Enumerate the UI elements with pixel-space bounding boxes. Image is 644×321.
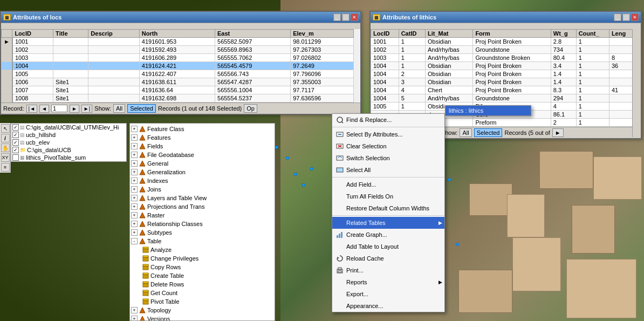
cat-expand-features[interactable]: +	[131, 134, 138, 141]
layers-tool-btn[interactable]: ≡	[1, 163, 10, 172]
lithics-vscrollbar[interactable]	[632, 29, 641, 137]
locs-maximize-btn[interactable]: □	[342, 13, 350, 21]
lithics-hscrollbar[interactable]	[371, 23, 641, 29]
info-tool-btn[interactable]: i	[1, 134, 10, 142]
layer-item-gis-data[interactable]: ✓ 📁 C:\gis_data\UCB	[11, 146, 126, 154]
layer-checkbox-pivot[interactable]	[12, 154, 19, 161]
cat-item-features[interactable]: + Features	[131, 133, 273, 142]
cat-item-joins[interactable]: + Joins	[131, 185, 273, 194]
cat-item-create-table[interactable]: Create Table	[131, 271, 273, 280]
layer-checkbox-elev-hi[interactable]: ✓	[12, 124, 19, 131]
lithics-col-leng[interactable]: Leng	[609, 30, 634, 38]
lithics-minimize-btn[interactable]: _	[614, 13, 621, 21]
layer-item-pivot[interactable]: ▦ lithics_PivotTable_sum	[11, 154, 126, 161]
menu-item-export[interactable]: Export...	[332, 288, 444, 300]
menu-item-restore-default[interactable]: Restore Default Column Widths	[332, 202, 444, 214]
menu-item-select-all[interactable]: Select All	[332, 164, 444, 176]
arrow-tool-btn[interactable]: ↖	[1, 124, 10, 133]
menu-item-reload-cache[interactable]: Reload Cache	[332, 252, 444, 264]
lithics-col-form[interactable]: Form	[473, 30, 551, 38]
cat-item-layers-table[interactable]: + Layers and Table View	[131, 194, 273, 202]
cat-expand-layers-table[interactable]: +	[131, 195, 138, 201]
locs-table-row[interactable]: 1006Site14191638.611565547.428797.355003	[2, 78, 354, 86]
menu-item-create-graph[interactable]: Create Graph...	[332, 229, 444, 241]
cat-expand-table[interactable]: -	[131, 238, 138, 244]
cat-expand-feature-class[interactable]: +	[131, 126, 138, 132]
lithics-maximize-btn[interactable]: □	[622, 13, 630, 21]
cat-item-pivot-table[interactable]: Pivot Table	[131, 297, 273, 306]
lithics-close-btn[interactable]: ✕	[631, 13, 639, 21]
cat-expand-generalization[interactable]: +	[131, 169, 138, 175]
cat-item-change-privileges[interactable]: Change Privileges	[131, 254, 273, 263]
locs-col-elev[interactable]: Elev_m	[291, 30, 354, 38]
menu-item-related-tables[interactable]: Related Tables ▶	[332, 217, 444, 229]
cat-item-projections[interactable]: + Projections and Trans	[131, 202, 273, 211]
lithics-show-selected-btn[interactable]: Selected	[474, 128, 503, 137]
layer-checkbox-gis-data[interactable]: ✓	[12, 147, 19, 153]
lithics-col-catid[interactable]: CatID	[399, 30, 425, 38]
cat-expand-file-geodatabase[interactable]: +	[131, 152, 138, 158]
cat-expand-general[interactable]: +	[131, 160, 138, 167]
layer-checkbox-hillshd[interactable]: ✓	[12, 132, 19, 138]
lithics-scroll-right[interactable]: ►	[552, 128, 564, 137]
locs-nav-last[interactable]: ►|	[81, 105, 93, 113]
cat-expand-raster[interactable]: +	[131, 212, 138, 218]
lithics-table-row[interactable]: 10011ObsidianProj Point Broken2.81	[371, 38, 634, 46]
locs-nav-prev[interactable]: ◄	[39, 105, 49, 113]
zoom-tool-btn[interactable]: XY	[1, 153, 10, 162]
locs-table-row[interactable]: 10044191624.421565545.457997.2649	[2, 62, 354, 70]
cat-expand-versions[interactable]: +	[131, 316, 138, 321]
cat-expand-relationship[interactable]: +	[131, 221, 138, 227]
cat-item-analyze[interactable]: Analyze	[131, 245, 273, 254]
locs-table-row[interactable]: ►10014191601.953565582.509798.011299	[2, 38, 354, 46]
lithics-col-wtg[interactable]: Wt_g	[551, 30, 576, 38]
layer-item-elev[interactable]: ✓ ▤ ucb_elev	[11, 139, 126, 146]
lithics-col-litmat[interactable]: Lit_Mat	[425, 30, 472, 38]
cat-item-get-count[interactable]: Get Count	[131, 289, 273, 297]
menu-item-switch-selection[interactable]: Switch Selection	[332, 152, 444, 164]
menu-item-find-replace[interactable]: Find & Replace...	[332, 114, 444, 126]
cat-item-versions[interactable]: + Versions	[131, 315, 273, 321]
cat-expand-joins[interactable]: +	[131, 186, 138, 193]
menu-item-turn-all-fields-on[interactable]: Turn All Fields On	[332, 190, 444, 202]
lithics-table-row[interactable]: 10043ObsidianProj Point Broken1.41	[371, 78, 634, 86]
cat-item-copy-rows[interactable]: Copy Rows	[131, 263, 273, 271]
locs-col-north[interactable]: North	[139, 30, 215, 38]
menu-item-clear-selection[interactable]: Clear Selection	[332, 140, 444, 152]
locs-table-row[interactable]: 1008Site14191632.698565554.523797.636596	[2, 94, 354, 103]
cat-expand-topology[interactable]: +	[131, 307, 138, 313]
layer-item-hillshd[interactable]: ✓ ▤ ucb_hillshd	[11, 131, 126, 139]
cat-expand-subtypes[interactable]: +	[131, 229, 138, 236]
lithics-table-row[interactable]: 10042ObsidianProj Point Broken1.41	[371, 70, 634, 78]
locs-col-locid[interactable]: LocID	[12, 30, 53, 38]
locs-nav-next[interactable]: ►	[70, 105, 79, 113]
locs-minimize-btn[interactable]: _	[333, 13, 341, 21]
cat-expand-indexes[interactable]: +	[131, 177, 138, 184]
lithics-table-row[interactable]: 10044ChertProj Point Broken8.3141	[371, 86, 634, 94]
menu-item-select-by-attributes[interactable]: Select By Attributes...	[332, 128, 444, 140]
locs-close-btn[interactable]: ✕	[351, 13, 358, 21]
cat-item-subtypes[interactable]: + Subtypes	[131, 228, 273, 237]
locs-show-selected-btn[interactable]: Selected	[127, 104, 156, 113]
cat-item-generalization[interactable]: + Generalization	[131, 168, 273, 176]
locs-col-east[interactable]: East	[215, 30, 291, 38]
pan-tool-btn[interactable]: ✋	[1, 144, 10, 152]
lithics-table-row[interactable]: 10045And/rhy/basGroundstone2941	[371, 94, 634, 103]
locs-options-btn[interactable]: Op	[244, 104, 257, 113]
menu-item-print[interactable]: Print...	[332, 264, 444, 276]
cat-item-indexes[interactable]: + Indexes	[131, 176, 273, 185]
lithics-show-all-btn[interactable]: All	[460, 128, 471, 137]
locs-table-row[interactable]: 1007Site14191636.64565556.100497.7117	[2, 86, 354, 94]
cat-item-feature-class[interactable]: + Feature Class	[131, 125, 273, 133]
cat-item-general[interactable]: + General	[131, 159, 273, 168]
layer-checkbox-elev[interactable]: ✓	[12, 139, 19, 146]
locs-col-descrip[interactable]: Descrip	[88, 30, 139, 38]
cat-item-raster[interactable]: + Raster	[131, 211, 273, 220]
locs-hscrollbar[interactable]	[1, 23, 360, 29]
locs-table-row[interactable]: 10024191592.493565569.896397.267303	[2, 46, 354, 54]
cat-expand-projections[interactable]: +	[131, 203, 138, 210]
lithics-col-locid[interactable]: LocID	[371, 30, 399, 38]
menu-item-add-field[interactable]: Add Field...	[332, 179, 444, 190]
locs-nav-first[interactable]: |◄	[26, 105, 38, 113]
locs-window-controls[interactable]: _ □ ✕	[333, 13, 358, 21]
